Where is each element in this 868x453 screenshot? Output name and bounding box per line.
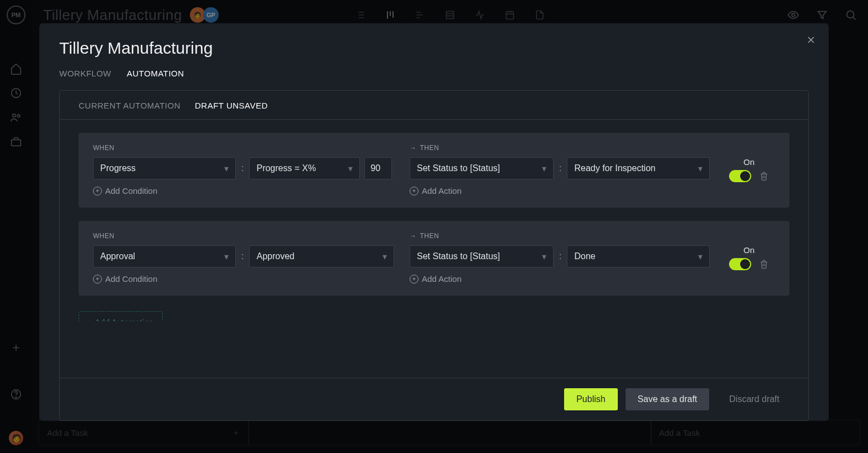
add-condition-button[interactable]: + Add Condition [93, 274, 403, 284]
plus-circle-icon: + [410, 275, 418, 284]
close-icon[interactable] [805, 34, 817, 45]
modal-overlay: Tillery Manufacturing WORKFLOW AUTOMATIO… [0, 0, 868, 453]
when-field-select[interactable]: Approval▾ [93, 245, 236, 267]
toggle-label: On [743, 157, 755, 167]
then-value-select[interactable]: Done▾ [567, 245, 710, 267]
rule-enabled-toggle[interactable] [729, 258, 751, 270]
when-value-input[interactable] [364, 157, 392, 179]
colon: : [558, 163, 562, 173]
colon: : [240, 163, 245, 173]
when-field-select[interactable]: Progress▾ [93, 157, 236, 179]
toggle-label: On [743, 245, 755, 255]
chevron-down-icon: ▾ [348, 163, 353, 174]
tab-current-automation[interactable]: CURRENT AUTOMATION [79, 101, 180, 110]
discard-draft-button[interactable]: Discard draft [717, 388, 792, 410]
save-draft-button[interactable]: Save as a draft [626, 388, 710, 410]
add-condition-button[interactable]: + Add Condition [93, 186, 403, 195]
plus-circle-icon: + [93, 187, 102, 195]
plus-circle-icon: + [93, 275, 102, 284]
then-action-select[interactable]: Set Status to [Status]▾ [410, 157, 554, 179]
arrow-right-icon: → [410, 232, 417, 240]
then-value-select[interactable]: Ready for Inspection▾ [567, 157, 710, 179]
automation-rule: WHEN Progress▾ : Progress = X%▾ [79, 133, 789, 208]
when-operator-select[interactable]: Approved▾ [249, 245, 394, 267]
chevron-down-icon: ▾ [224, 251, 229, 262]
plus-circle-icon: + [410, 187, 418, 195]
add-action-button[interactable]: + Add Action [410, 274, 723, 284]
when-operator-select[interactable]: Progress = X%▾ [249, 157, 360, 179]
chevron-down-icon: ▾ [542, 163, 546, 174]
when-label: WHEN [93, 144, 403, 152]
then-label: THEN [420, 232, 440, 240]
trash-icon[interactable] [759, 259, 769, 269]
modal-title: Tillery Manufacturing [59, 39, 809, 58]
automation-modal: Tillery Manufacturing WORKFLOW AUTOMATIO… [39, 23, 829, 421]
chevron-down-icon: ▾ [224, 163, 229, 174]
rule-enabled-toggle[interactable] [729, 170, 751, 182]
tab-workflow[interactable]: WORKFLOW [59, 69, 111, 78]
tab-automation[interactable]: AUTOMATION [127, 69, 184, 78]
chevron-down-icon: ▾ [698, 251, 702, 262]
chevron-down-icon: ▾ [383, 251, 387, 262]
chevron-down-icon: ▾ [542, 251, 546, 262]
trash-icon[interactable] [759, 171, 769, 181]
tab-draft-unsaved[interactable]: DRAFT UNSAVED [195, 101, 268, 110]
automation-panel: CURRENT AUTOMATION DRAFT UNSAVED WHEN Pr… [59, 90, 809, 421]
chevron-down-icon: ▾ [698, 163, 702, 174]
arrow-right-icon: → [410, 144, 417, 152]
add-automation-button[interactable]: + Add Automation [79, 311, 163, 333]
when-label: WHEN [93, 232, 403, 240]
then-action-select[interactable]: Set Status to [Status]▾ [410, 245, 554, 267]
colon: : [558, 251, 562, 261]
colon: : [240, 251, 245, 261]
automation-rule: WHEN Approval▾ : Approved▾ + [79, 221, 789, 296]
publish-button[interactable]: Publish [564, 388, 617, 410]
modal-footer: Publish Save as a draft Discard draft [60, 378, 808, 420]
then-label: THEN [420, 144, 440, 152]
add-action-button[interactable]: + Add Action [410, 186, 723, 195]
